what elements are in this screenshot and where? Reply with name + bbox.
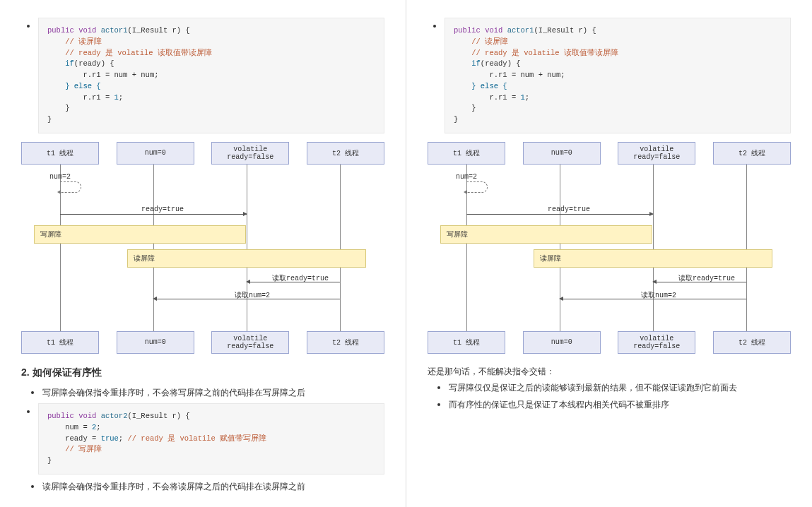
bullet-icon [433,25,436,28]
bullet-text: 读屏障会确保指令重排序时，不会将读屏障之后的代码排在读屏障之前 [25,480,384,493]
lane-box: t1 线程 [428,331,505,354]
msg-label: ready=true [141,205,184,213]
write-barrier-note: 写屏障 [34,225,246,244]
arrow-left-icon [247,282,340,282]
code-text: } [454,115,458,124]
lane-box: num=0 [117,142,194,165]
code-block-actor2-wrap: public void actor2(I_Result r) { num = 2… [21,403,384,475]
lane-box: t1 线程 [21,331,99,354]
lane-box: volatile ready=false [211,142,289,165]
kw: if [471,59,481,68]
arrow-right-icon [60,214,247,215]
left-column: public void actor1(I_Result r) { // 读屏障 … [0,0,406,507]
write-barrier-note: 写屏障 [440,225,652,244]
kw: public [47,412,74,420]
fn-name: actor1 [507,26,534,35]
bullet-text: 写屏障仅仅是保证之后的读能够读到最新的结果，但不能保证读跑到它前面去 [432,381,791,394]
lane-box: num=0 [117,331,194,354]
self-message-icon [466,181,488,193]
code-block-actor1-r: public void actor1(I_Result r) { // 读屏障 … [445,18,791,133]
msg-label: ready=true [548,205,590,213]
sequence-diagram-left: t1 线程 num=0 volatile ready=false t2 线程 n… [21,142,384,354]
arrow-right-icon [466,214,653,215]
comment: // ready 是 volatile 赋值带写屏障 [127,434,266,443]
lifeline [746,165,747,331]
kw: } else { [471,82,507,90]
lifeline [560,165,560,331]
kw: public [47,26,74,35]
kw: void [78,412,96,420]
code-text: } [47,115,52,124]
bullet-icon [437,386,440,389]
kw: void [485,26,502,35]
bullet-text: 写屏障会确保指令重排序时，不会将写屏障之前的代码排在写屏障之后 [25,386,384,399]
code-text: r.r1 = num + num; [454,71,565,79]
right-column: public void actor1(I_Result r) { // 读屏障 … [406,0,812,507]
comment: // 读屏障 [471,37,508,46]
code-block-actor1-wrap: public void actor1(I_Result r) { // 读屏障 … [21,18,384,133]
lane-box: num=0 [523,142,601,165]
lane-top-row: t1 线程 num=0 volatile ready=false t2 线程 [428,142,791,165]
code-text: ; [96,423,100,431]
lane-box: t1 线程 [428,142,505,165]
text: 写屏障会确保指令重排序时，不会将写屏障之前的代码排在写屏障之后 [42,386,305,399]
lifeline [153,165,154,331]
lane-box: t1 线程 [21,142,99,165]
kw: } else { [65,82,100,90]
text: 读屏障会确保指令重排序时，不会将读屏障之后的代码排在读屏障之前 [42,480,305,493]
bullet-icon [31,485,34,488]
read-barrier-note: 读屏障 [534,249,772,268]
code-text: } [47,456,52,465]
code-text: r.r1 = num + num; [47,71,159,79]
code-text: ; [119,93,123,102]
lifeline [653,165,654,331]
code-text: r.r1 = [47,93,114,102]
lane-box: volatile ready=false [618,331,695,354]
lifeline [247,165,247,331]
section-heading: 2. 如何保证有序性 [21,366,384,379]
lane-top-row: t1 线程 num=0 volatile ready=false t2 线程 [21,142,384,165]
text: 写屏障仅仅是保证之后的读能够读到最新的结果，但不能保证读跑到它前面去 [449,381,737,394]
lane-box: num=0 [523,331,601,354]
arrow-left-icon [560,299,746,299]
arrow-left-icon [653,282,746,282]
code-text: r.r1 = [454,93,521,102]
lane-box: t2 线程 [307,142,384,165]
code-block-actor1: public void actor1(I_Result r) { // 读屏障 … [38,18,384,133]
code-text: ; [119,434,128,443]
text: 而有序性的保证也只是保证了本线程内相关代码不被重排序 [449,398,669,411]
lane-box: t2 线程 [307,331,384,354]
bullet-icon [31,391,34,394]
bullet-icon [27,25,30,28]
arrow-left-icon [153,299,340,299]
lane-bottom-row: t1 线程 num=0 volatile ready=false t2 线程 [21,331,384,354]
code-text: num = [47,423,92,431]
bullet-text: 而有序性的保证也只是保证了本线程内相关代码不被重排序 [432,398,791,411]
intro-text: 还是那句话，不能解决指令交错： [428,366,791,377]
lifeline [340,165,341,331]
lane-box: volatile ready=false [211,331,289,354]
code-block-actor2: public void actor2(I_Result r) { num = 2… [38,403,384,475]
comment: // ready 是 volatile 读取值带读屏障 [65,49,212,57]
msg-label: num=2 [456,173,477,181]
code-text: (I_Result r) { [534,26,596,35]
two-column-doc: public void actor1(I_Result r) { // 读屏障 … [0,0,812,507]
sequence-diagram-right: t1 线程 num=0 volatile ready=false t2 线程 n… [428,142,791,354]
code-text: (I_Result r) { [127,26,189,35]
kw: if [65,59,74,68]
lane-bottom-row: t1 线程 num=0 volatile ready=false t2 线程 [428,331,791,354]
code-text: (ready) { [481,59,521,68]
comment: // 写屏障 [65,445,102,453]
msg-label: num=2 [49,173,71,181]
read-barrier-note: 读屏障 [127,249,366,268]
self-message-icon [60,181,81,193]
kw: void [78,26,96,35]
comment: // 读屏障 [65,37,102,46]
code-block-actor1-wrap-r: public void actor1(I_Result r) { // 读屏障 … [428,18,791,133]
code-text: (ready) { [74,59,114,68]
bullet-icon [437,403,440,406]
code-text: ; [525,93,529,102]
fn-name: actor2 [101,412,128,420]
lane-box: volatile ready=false [618,142,695,165]
code-text: ready = [47,434,101,443]
